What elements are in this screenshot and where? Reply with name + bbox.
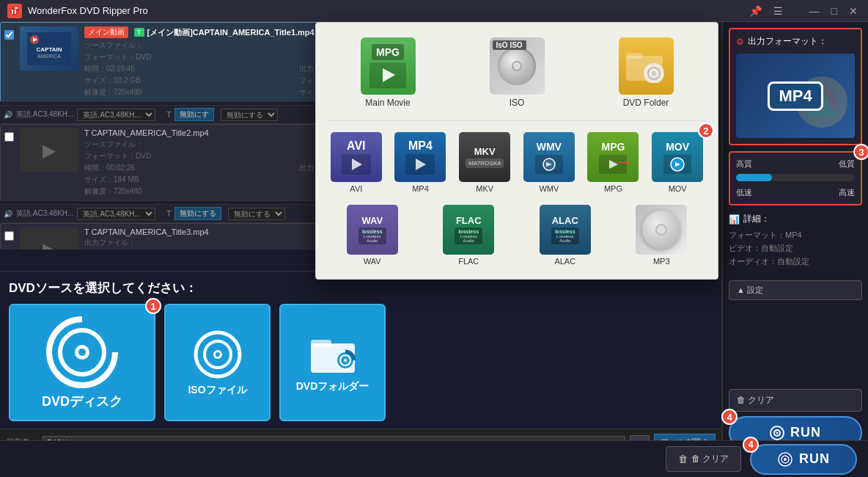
subtitle-select2[interactable]: 無効にする: [228, 208, 285, 220]
clear-button[interactable]: 🗑 クリア: [729, 389, 862, 412]
output-format-section: ⚙ 出力フォーマット： MP4: [729, 28, 862, 145]
maximize-button[interactable]: □: [828, 5, 840, 17]
quality-fill: [736, 174, 772, 181]
right-panel: ⚙ 出力フォーマット： MP4 高質 低質: [721, 22, 868, 455]
format-item-mkv[interactable]: MKV MATROSKA MKV: [455, 130, 514, 195]
audio-format-row: WAV lossless Lossless Audio WAV FLAC los…: [327, 203, 707, 268]
audio-select[interactable]: 英語,AC3,48KH...: [77, 109, 155, 121]
main-movie-label: Main Movie: [365, 98, 410, 108]
active-badge: T: [134, 28, 144, 37]
dvd-folder-label: DVDフォルダー: [296, 380, 369, 393]
quality-section: 高質 低質 低速 高速 3: [729, 151, 862, 205]
subtitle-select[interactable]: 無効にする: [221, 109, 278, 121]
svg-rect-1: [12, 10, 13, 14]
format-item-wmv[interactable]: WMV WMV: [520, 130, 578, 195]
mp4-label: MP4: [412, 184, 429, 193]
format-item-iso[interactable]: IsO ISO ISO: [456, 34, 578, 112]
pin-button[interactable]: 📌: [746, 5, 765, 17]
alac-label: ALAC: [554, 257, 575, 266]
format-item-flac[interactable]: FLAC lossless Lossless Audio FLAC: [424, 203, 515, 268]
mp4-format-badge: MP4: [768, 81, 823, 111]
format-item-dvd-folder[interactable]: DVD Folder: [585, 34, 707, 112]
format-detail: フォーマット：MP4: [729, 230, 862, 241]
quality-slider[interactable]: [736, 174, 855, 181]
video-format-row: AVI AVI MP4 MP4 MKV: [327, 130, 707, 195]
format-item-alac[interactable]: ALAC lossless Lossless Audio ALAC: [520, 203, 611, 268]
dvd-source-title: DVDソースを選択してください：: [9, 280, 713, 296]
format-item-main-movie[interactable]: MPG Main Movie: [327, 34, 449, 112]
svg-point-21: [344, 359, 347, 362]
track-checkbox[interactable]: [4, 231, 14, 241]
close-button[interactable]: ✕: [846, 5, 861, 17]
minimize-button[interactable]: —: [806, 5, 823, 17]
svg-point-34: [652, 71, 656, 76]
mkv-label: MKV: [476, 184, 493, 193]
track-checkbox[interactable]: [4, 132, 14, 142]
dvd-folder-button[interactable]: DVDフォルダー: [279, 304, 386, 421]
svg-text:CAPTAIN: CAPTAIN: [37, 46, 62, 53]
step-2-badge: 2: [698, 123, 714, 139]
global-bottom-bar: 🗑 🗑 クリア RUN 4: [0, 440, 868, 477]
track-checkbox[interactable]: [4, 30, 14, 40]
svg-point-27: [776, 432, 779, 434]
format-item-mov[interactable]: MOV MOV 2: [648, 130, 707, 195]
iso-format-label: ISO: [510, 98, 525, 108]
main-badge: メイン動画: [84, 26, 128, 38]
svg-rect-2: [15, 7, 18, 9]
dvd-disc-button[interactable]: DVDディスク: [9, 304, 155, 421]
format-preview[interactable]: MP4: [736, 54, 855, 138]
clear-btn-global[interactable]: 🗑 🗑 クリア: [666, 446, 741, 472]
format-popup: MPG Main Movie IsO ISO ISO: [315, 22, 718, 280]
svg-rect-31: [626, 53, 642, 59]
speed-labels: 低速 高速: [736, 187, 855, 198]
dvd-disc-label: DVDディスク: [42, 393, 122, 410]
run-icon: [770, 426, 784, 440]
format-item-mp4[interactable]: MP4 MP4: [391, 130, 450, 195]
svg-point-49: [784, 458, 787, 461]
audio-select2[interactable]: 英語,AC3,48KH...: [77, 208, 155, 220]
svg-rect-18: [311, 340, 331, 347]
iso-file-button[interactable]: ISOファイル: [164, 304, 271, 421]
title-bar: WonderFox DVD Ripper Pro 📌 ☰ — □ ✕: [0, 0, 868, 22]
avi-label: AVI: [350, 184, 362, 193]
wmv-label: WMV: [539, 184, 559, 193]
top-format-row: MPG Main Movie IsO ISO ISO: [327, 34, 707, 121]
subtitle-btn[interactable]: 無効にす: [174, 108, 214, 121]
wav-label: WAV: [364, 257, 381, 266]
format-item-wav[interactable]: WAV lossless Lossless Audio WAV: [327, 203, 418, 268]
step-4-badge-global: 4: [743, 437, 759, 453]
iso-label: ISOファイル: [188, 384, 246, 397]
menu-button[interactable]: ☰: [770, 5, 786, 17]
svg-point-12: [78, 349, 86, 356]
svg-text:AMERICA: AMERICA: [37, 54, 61, 59]
mp3-label: MP3: [653, 257, 670, 266]
mpg-label: MPG: [604, 184, 622, 193]
step-4-badge: 4: [721, 409, 738, 425]
run-btn-global[interactable]: RUN: [750, 444, 857, 475]
settings-button[interactable]: ▲ 設定: [729, 280, 862, 300]
quality-labels: 高質 低質: [736, 159, 855, 170]
details-section: 📊 詳細： フォーマット：MP4 ビデオ：自動設定 オーディオ：自動設定: [729, 211, 862, 274]
output-format-header: ⚙ 出力フォーマット：: [736, 35, 855, 48]
svg-point-16: [216, 352, 220, 357]
audio-detail: オーディオ：自動設定: [729, 256, 862, 267]
arrow-annotation: ←: [613, 151, 633, 175]
details-header: 📊 詳細：: [729, 213, 862, 225]
step-1-badge: 1: [145, 298, 161, 314]
svg-rect-3: [15, 10, 16, 14]
format-item-mp3[interactable]: MP3: [617, 203, 707, 268]
run-icon-global: [777, 451, 793, 467]
dvd-folder-format-label: DVD Folder: [623, 98, 669, 108]
app-title: WonderFox DVD Ripper Pro: [28, 5, 746, 16]
flac-label: FLAC: [458, 257, 479, 266]
subtitle-btn2[interactable]: 無効にする: [174, 207, 221, 220]
video-detail: ビデオ：自動設定: [729, 243, 862, 254]
format-item-avi[interactable]: AVI AVI: [327, 130, 386, 195]
dvd-source-section: DVDソースを選択してください： DVDディスク: [0, 271, 721, 429]
step-3-badge: 3: [853, 144, 868, 160]
mov-label: MOV: [669, 184, 687, 193]
